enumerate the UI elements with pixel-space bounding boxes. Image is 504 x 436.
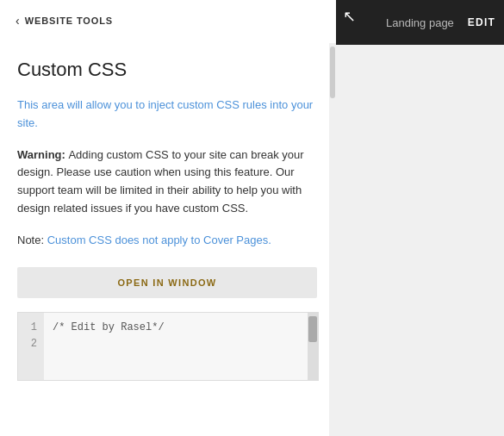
right-header-content: Landing page EDIT [386, 16, 495, 29]
warning-text: Warning: Adding custom CSS to your site … [17, 146, 319, 218]
right-panel: ↖ Landing page EDIT [336, 0, 504, 436]
code-line-1: /* Edit by Rasel*/ [53, 320, 299, 336]
cursor-icon: ↖ [343, 7, 356, 26]
code-scrollbar[interactable] [308, 313, 318, 380]
page-title: Custom CSS [17, 59, 319, 81]
back-nav-label[interactable]: WEBSITE TOOLS [25, 16, 113, 26]
note-prefix: Note: [17, 234, 47, 246]
description-text: This area will allow you to inject custo… [17, 97, 319, 133]
note-body: Custom CSS does not apply to Cover Pages… [47, 234, 271, 246]
code-content[interactable]: /* Edit by Rasel*/ [44, 313, 308, 380]
line-number-2: 2 [25, 336, 37, 352]
warning-prefix: Warning: [17, 148, 68, 161]
edit-button[interactable]: EDIT [468, 16, 495, 28]
back-chevron-icon: ‹ [16, 14, 20, 28]
panel-scrollbar[interactable] [329, 43, 336, 436]
panel-content: Custom CSS This area will allow you to i… [0, 41, 336, 436]
left-panel: ‹ WEBSITE TOOLS Custom CSS This area wil… [0, 0, 336, 436]
right-body [336, 45, 504, 436]
note-text: Note: Custom CSS does not apply to Cover… [17, 232, 319, 250]
back-nav[interactable]: ‹ WEBSITE TOOLS [0, 0, 336, 41]
code-scrollbar-thumb[interactable] [308, 316, 317, 342]
landing-page-label: Landing page [386, 16, 454, 29]
line-numbers: 1 2 [18, 313, 44, 380]
right-header: ↖ Landing page EDIT [336, 0, 504, 45]
panel-scrollbar-thumb[interactable] [330, 47, 335, 98]
code-editor[interactable]: 1 2 /* Edit by Rasel*/ [17, 312, 319, 381]
line-number-1: 1 [25, 320, 37, 336]
open-in-window-button[interactable]: OPEN IN WINDOW [17, 267, 317, 298]
